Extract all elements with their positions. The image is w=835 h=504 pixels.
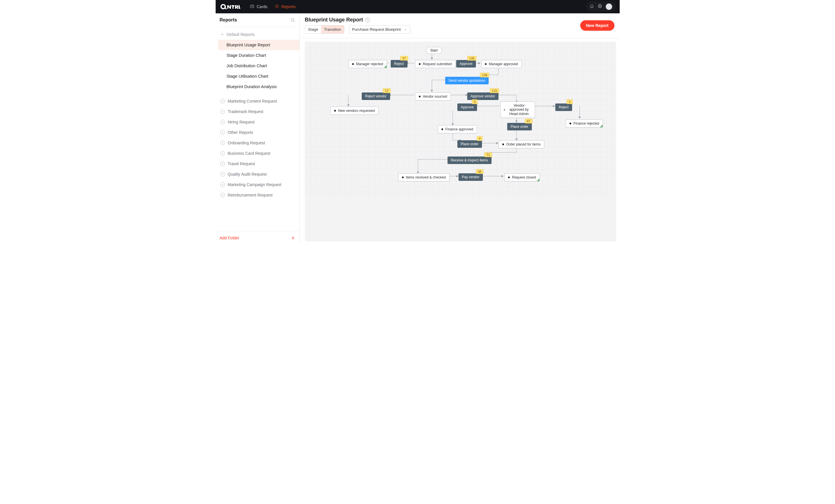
nav-reports[interactable]: Reports <box>274 4 296 9</box>
count-badge: 87 <box>525 119 532 123</box>
caret-right-icon <box>220 120 225 124</box>
folder-marketing-campaign[interactable]: Marketing Campaign Request <box>216 179 299 190</box>
stage-request-closed[interactable]: Request closed <box>504 173 540 181</box>
sidebar-item-stage-duration[interactable]: Stage Duration Chart <box>218 50 299 61</box>
chevron-down-icon <box>404 28 407 31</box>
transition-label: Reject vendor <box>365 94 387 98</box>
dot-icon <box>352 63 354 65</box>
transition-place-order-right[interactable]: Place order 87 <box>507 123 532 130</box>
avatar[interactable] <box>606 3 612 10</box>
stage-vendor-approved[interactable]: Vendor approved by Head-Admin <box>500 101 535 118</box>
topbar: Cards Reports <box>216 0 620 13</box>
folder-label: Hiring Request <box>228 120 255 124</box>
search-icon[interactable] <box>290 17 296 23</box>
stage-order-placed[interactable]: Order placed for items <box>498 140 545 148</box>
transition-approve-vendor[interactable]: Approve vendor 115 <box>467 93 499 100</box>
sidebar-item-job-distribution[interactable]: Job Distribution Chart <box>218 61 299 71</box>
count-badge: 115 <box>490 88 499 93</box>
group-default-reports[interactable]: Default Reports Blueprint Usage Report S… <box>216 30 299 94</box>
dot-icon <box>442 128 443 130</box>
stage-finance-rejected[interactable]: Finance rejected <box>566 119 603 127</box>
stage-manager-rejected[interactable]: Manager rejected <box>348 60 387 68</box>
brand[interactable] <box>216 0 245 13</box>
transition-receive-inspect[interactable]: Receive & inspect items 71 <box>448 157 492 164</box>
transition-send-vendor-quotations[interactable]: Send vendor quotations 138 <box>445 77 489 84</box>
caret-right-icon <box>220 130 225 135</box>
topnav: Cards Reports <box>245 4 296 9</box>
transition-approve[interactable]: Approve 145 <box>456 60 476 67</box>
folder-marketing-content[interactable]: Marketing Content Request <box>216 96 299 106</box>
blueprint-dropdown[interactable]: Purchase Request Blueprint <box>349 25 410 34</box>
start-label: Start <box>430 48 437 53</box>
stage-items-received[interactable]: Items received & checked <box>398 173 450 181</box>
bell-icon[interactable] <box>590 4 594 9</box>
transition-approve2[interactable]: Approve 9 <box>457 103 477 111</box>
stage-request-submitted[interactable]: Request submitted <box>415 60 455 68</box>
dot-icon <box>570 123 571 124</box>
sidebar: Reports Default Reports Blueprint Usage … <box>216 13 300 244</box>
folder-hiring[interactable]: Hiring Request <box>216 117 299 127</box>
folder-travel[interactable]: Travel Request <box>216 159 299 169</box>
svg-point-3 <box>291 19 293 21</box>
caret-right-icon <box>220 99 225 103</box>
stage-label: Request submitted <box>423 62 452 66</box>
gear-icon[interactable] <box>598 4 602 9</box>
folder-quality-audit[interactable]: Quality Audit Request <box>216 169 299 179</box>
stage-vendor-sourced[interactable]: Vendor sourced <box>415 93 451 101</box>
stage-label: New vendors requested <box>338 109 375 113</box>
transition-label: Reject <box>559 105 569 109</box>
transition-reject-vendor[interactable]: Reject vendor 17 <box>362 93 390 100</box>
folder-other-reports[interactable]: Other Reports <box>216 127 299 138</box>
blueprint-canvas[interactable]: Start Manager rejected Reject 37 Request… <box>305 42 613 197</box>
nav-cards[interactable]: Cards <box>250 4 267 9</box>
stage-label: Vendor approved by Head-Admin <box>507 103 531 116</box>
caret-right-icon <box>220 109 225 114</box>
folder-business-card[interactable]: Business Card Request <box>216 148 299 159</box>
caret-right-icon <box>220 182 225 187</box>
dot-icon <box>402 177 404 178</box>
canvas-wrap[interactable]: Start Manager rejected Reject 37 Request… <box>305 42 616 241</box>
transition-label: Approve vendor <box>471 94 495 98</box>
stage-label: Request closed <box>512 175 536 179</box>
folder-reimbursement[interactable]: Reimbursement Request <box>216 190 299 200</box>
caret-right-icon <box>220 151 225 156</box>
folder-label: Quality Audit Request <box>228 172 267 177</box>
dot-icon <box>504 109 505 111</box>
sidebar-item-blueprint-usage[interactable]: Blueprint Usage Report <box>218 40 299 50</box>
transition-pay-vendor[interactable]: Pay vendor 48 <box>459 173 483 181</box>
new-report-button[interactable]: New Report <box>580 20 614 31</box>
reports-icon <box>274 4 279 9</box>
caret-right-icon <box>220 172 225 177</box>
transition-reject[interactable]: Reject 37 <box>391 60 407 67</box>
stage-finance-approved[interactable]: Finance approved <box>437 125 477 133</box>
svg-point-2 <box>599 5 600 7</box>
help-icon[interactable]: ? <box>365 18 370 22</box>
dot-icon <box>485 63 487 65</box>
folder-label: Marketing Content Request <box>228 99 277 103</box>
transition-label: Send vendor quotations <box>449 79 486 83</box>
cards-icon <box>250 4 254 9</box>
default-report-items: Blueprint Usage Report Stage Duration Ch… <box>216 39 299 94</box>
folder-trademark[interactable]: Trademark Request <box>216 106 299 117</box>
sidebar-item-stage-utilisation[interactable]: Stage Utilisation Chart <box>218 71 299 81</box>
stage-new-vendors-requested[interactable]: New vendors requested <box>330 107 379 115</box>
folder-label: Onboarding Request <box>228 141 265 145</box>
seg-stage[interactable]: Stage <box>305 25 321 33</box>
sidebar-item-blueprint-duration[interactable]: Blueprint Duration Analysis <box>218 81 299 92</box>
transition-label: Place order <box>461 142 478 146</box>
stage-manager-approved[interactable]: Manager approved <box>481 60 522 68</box>
start-node[interactable]: Start <box>426 47 442 54</box>
folder-onboarding[interactable]: Onboarding Request <box>216 138 299 148</box>
folder-label: Reimbursement Request <box>228 193 273 197</box>
transition-reject2[interactable]: Reject 2 <box>555 103 572 111</box>
stage-label: Finance rejected <box>574 121 599 125</box>
folder-label: Marketing Campaign Request <box>228 182 281 187</box>
dot-icon <box>502 143 504 145</box>
sidebar-header: Reports <box>216 13 299 25</box>
seg-transition[interactable]: Transition <box>321 25 344 33</box>
transition-place-order2[interactable]: Place order 9 <box>457 140 482 148</box>
plus-icon[interactable] <box>291 236 296 240</box>
add-folder-button[interactable]: Add Folder <box>220 236 239 240</box>
stage-label: Manager approved <box>489 62 518 66</box>
top-right <box>586 2 620 12</box>
